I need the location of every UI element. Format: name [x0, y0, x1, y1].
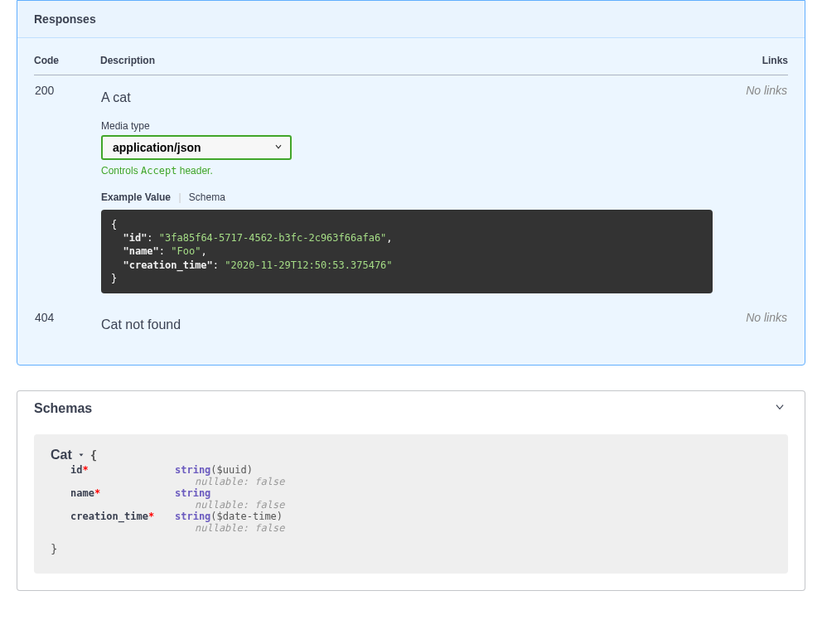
response-row: 200 A cat Media type application/json	[34, 75, 788, 303]
prop-meta: nullable: false	[51, 522, 771, 534]
model-properties: id* string($uuid) nullable: false name* …	[51, 464, 771, 534]
tab-example-value[interactable]: Example Value	[101, 191, 171, 203]
response-description-cell: Cat not found	[100, 303, 713, 348]
col-header-code: Code	[34, 55, 100, 75]
example-code-block: { "id": "3fa85f64-5717-4562-b3fc-2c963f6…	[101, 210, 713, 293]
schemas-header[interactable]: Schemas	[17, 391, 805, 426]
tab-schema[interactable]: Schema	[189, 191, 225, 203]
no-links-text: No links	[746, 311, 787, 324]
model-property: creation_time* string($date-time)	[51, 511, 771, 522]
response-code: 200	[34, 75, 100, 303]
prop-format: ($uuid)	[210, 464, 253, 476]
media-type-select-wrap: application/json	[101, 135, 292, 160]
response-description-cell: A cat Media type application/json Contro…	[100, 75, 713, 303]
responses-body: Code Description Links 200 A cat Media t…	[17, 38, 805, 365]
responses-table: Code Description Links 200 A cat Media t…	[34, 55, 788, 348]
model-name: Cat	[51, 448, 72, 462]
media-type-label: Media type	[101, 120, 713, 132]
schemas-title: Schemas	[34, 401, 92, 416]
open-brace: {	[90, 448, 97, 462]
responses-header: Responses	[17, 1, 805, 38]
chevron-down-icon	[771, 401, 788, 416]
required-star: *	[94, 487, 100, 499]
col-header-links: Links	[713, 55, 788, 75]
media-type-select[interactable]: application/json	[101, 135, 292, 160]
schemas-body: Cat { id* string($uuid) nullable: false	[17, 426, 805, 590]
prop-format: ($date-time)	[210, 511, 283, 522]
model-property: name* string	[51, 487, 771, 499]
prop-name: id	[70, 464, 82, 476]
prop-name: creation_time	[70, 511, 148, 522]
prop-type: string	[175, 464, 210, 476]
response-description: Cat not found	[101, 317, 713, 332]
prop-meta: nullable: false	[51, 499, 771, 511]
response-code: 404	[34, 303, 100, 348]
prop-type: string	[175, 487, 210, 499]
tab-separator: |	[178, 191, 181, 203]
prop-type: string	[175, 511, 210, 522]
response-row: 404 Cat not found No links	[34, 303, 788, 348]
schemas-panel: Schemas Cat { id* string($uuid)	[17, 390, 805, 591]
required-star: *	[148, 511, 154, 522]
required-star: *	[82, 464, 88, 476]
no-links-text: No links	[746, 84, 787, 97]
prop-meta: nullable: false	[51, 476, 771, 487]
chevron-down-icon	[77, 448, 85, 462]
model-property: id* string($uuid)	[51, 464, 771, 476]
example-schema-tabs: Example Value | Schema	[101, 191, 713, 203]
accept-header-note: Controls Accept header.	[101, 165, 713, 177]
col-header-description: Description	[100, 55, 713, 75]
prop-name: name	[70, 487, 94, 499]
model-box: Cat { id* string($uuid) nullable: false	[34, 434, 788, 574]
response-links-cell: No links	[713, 303, 788, 348]
close-brace: }	[51, 542, 771, 555]
response-links-cell: No links	[713, 75, 788, 303]
responses-panel: Responses Code Description Links 200 A c…	[17, 0, 805, 366]
response-description: A cat	[101, 90, 713, 105]
model-toggle[interactable]: Cat {	[51, 448, 97, 462]
